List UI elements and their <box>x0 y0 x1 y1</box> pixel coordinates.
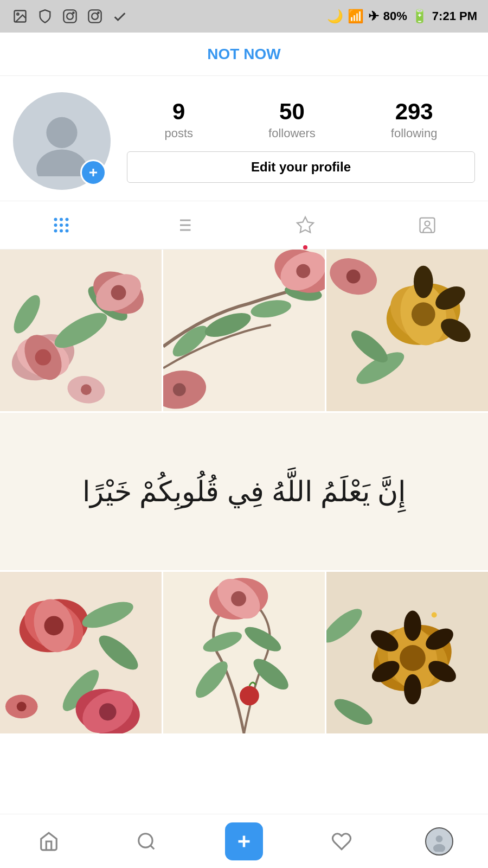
svg-point-20 <box>65 229 68 233</box>
arabic-text: إِنَّ يَعْلَمُ اللَّهُ فِي قُلُوبِكُمْ خ… <box>72 461 416 522</box>
grid-item-1[interactable] <box>0 250 162 411</box>
svg-point-13 <box>60 218 63 221</box>
status-bar: 🌙 📶 ✈ 80% 🔋 7:21 PM <box>0 0 488 33</box>
svg-point-17 <box>65 224 68 227</box>
not-now-bar: NOT NOW <box>0 33 488 76</box>
nav-home-button[interactable] <box>0 814 98 869</box>
profile-section: 9 posts 50 followers 293 following Edit … <box>0 76 488 201</box>
photo-grid: إِنَّ يَعْلَمُ اللَّهُ فِي قُلُوبِكُمْ خ… <box>0 250 488 733</box>
shield-icon <box>36 7 54 25</box>
nav-avatar <box>425 827 453 856</box>
svg-point-34 <box>35 349 52 366</box>
svg-point-29 <box>425 221 429 226</box>
add-photo-button[interactable] <box>80 159 106 186</box>
svg-rect-2 <box>63 10 76 22</box>
add-icon-container <box>225 822 263 860</box>
svg-point-101 <box>139 833 152 847</box>
stats-row: 9 posts 50 followers 293 following <box>127 99 475 141</box>
followers-label: followers <box>268 126 316 141</box>
grid-item-2[interactable] <box>163 250 325 411</box>
nav-heart-button[interactable] <box>293 814 390 869</box>
moon-icon: 🌙 <box>327 9 343 24</box>
svg-marker-27 <box>297 217 313 233</box>
svg-point-19 <box>60 229 63 233</box>
svg-point-14 <box>65 218 68 221</box>
svg-point-95 <box>404 674 421 705</box>
gallery-icon <box>11 7 29 25</box>
grid-item-8[interactable] <box>163 572 325 733</box>
svg-point-4 <box>73 12 74 13</box>
clock: 7:21 PM <box>432 9 477 23</box>
nav-search-button[interactable] <box>98 814 195 869</box>
svg-point-50 <box>296 264 310 278</box>
tab-tagged[interactable] <box>366 201 488 250</box>
svg-point-98 <box>432 612 437 618</box>
following-count: 293 <box>395 99 433 124</box>
not-now-button[interactable]: NOT NOW <box>207 46 280 63</box>
tab-starred[interactable] <box>244 201 366 250</box>
svg-point-91 <box>400 645 426 671</box>
instagram-icon <box>61 7 79 25</box>
svg-point-40 <box>111 285 126 301</box>
profile-stats: 9 posts 50 followers 293 following Edit … <box>127 99 475 183</box>
tab-list[interactable] <box>122 201 244 250</box>
posts-stat[interactable]: 9 posts <box>164 99 193 141</box>
svg-point-105 <box>436 835 443 842</box>
svg-point-75 <box>99 703 117 720</box>
followers-stat[interactable]: 50 followers <box>268 99 316 141</box>
grid-item-arabic[interactable]: إِنَّ يَعْلَمُ اللَّهُ فِي قُلُوبِكُمْ خ… <box>0 413 488 570</box>
svg-point-16 <box>60 224 63 227</box>
following-stat[interactable]: 293 following <box>391 99 438 141</box>
svg-point-85 <box>231 591 246 607</box>
wifi-icon: 📶 <box>348 9 364 24</box>
avatar-container <box>13 92 111 190</box>
tab-grid[interactable] <box>0 201 122 250</box>
bottom-navigation <box>0 814 488 868</box>
svg-point-62 <box>346 270 361 284</box>
svg-point-1 <box>17 13 19 15</box>
svg-point-58 <box>414 266 433 298</box>
svg-point-15 <box>54 224 57 227</box>
status-info-right: 🌙 📶 ✈ 80% 🔋 7:21 PM <box>327 9 477 24</box>
svg-point-9 <box>36 150 87 176</box>
svg-point-3 <box>67 13 73 20</box>
status-icons-left <box>11 7 129 25</box>
nav-add-button[interactable] <box>195 814 293 869</box>
svg-point-69 <box>44 616 63 635</box>
nav-profile-button[interactable] <box>390 814 488 869</box>
svg-point-12 <box>54 218 57 221</box>
svg-line-102 <box>150 845 154 849</box>
posts-count: 9 <box>172 99 185 124</box>
svg-point-18 <box>54 229 57 233</box>
check-icon <box>111 7 129 25</box>
svg-point-6 <box>92 13 98 20</box>
svg-point-92 <box>404 611 421 641</box>
airplane-icon: ✈ <box>368 9 379 24</box>
svg-point-86 <box>240 686 259 706</box>
grid-item-3[interactable] <box>326 250 488 411</box>
battery-percent: 80% <box>383 9 407 23</box>
grid-item-9[interactable] <box>326 572 488 733</box>
posts-label: posts <box>164 126 193 141</box>
grid-item-7[interactable] <box>0 572 162 733</box>
following-label: following <box>391 126 438 141</box>
svg-rect-28 <box>420 218 434 233</box>
svg-rect-5 <box>88 10 101 22</box>
tabs-row <box>0 201 488 250</box>
svg-point-42 <box>81 384 92 395</box>
battery-icon: 🔋 <box>412 9 428 24</box>
svg-point-8 <box>46 117 77 148</box>
profile-top-row: 9 posts 50 followers 293 following Edit … <box>13 92 475 190</box>
svg-point-77 <box>17 701 27 711</box>
svg-point-52 <box>173 383 186 396</box>
camera-icon <box>86 7 104 25</box>
followers-count: 50 <box>279 99 305 124</box>
edit-profile-button[interactable]: Edit your profile <box>127 151 475 183</box>
svg-point-57 <box>412 302 435 326</box>
svg-point-7 <box>98 12 99 13</box>
svg-point-106 <box>433 844 445 851</box>
